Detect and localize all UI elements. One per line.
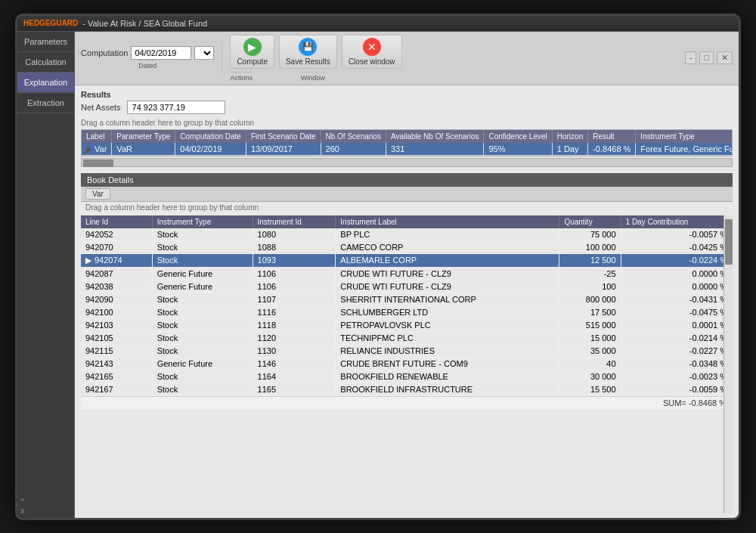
cell-instrument-type: Forex Future, Generic Future, Generic Op… [636, 143, 733, 156]
close-button[interactable]: ✕ [717, 51, 733, 64]
col-comp-date: Computation Date [175, 130, 246, 143]
cell-contribution: -0.0475 % [621, 305, 732, 318]
filter-tag-var[interactable]: Var [85, 188, 110, 200]
drag-hint-book: Drag a column header here to group by th… [81, 202, 733, 213]
cell-instrlabel: SHERRITT INTERNATIONAL CORP [336, 293, 559, 305]
cell-instrtype: Generic Future [152, 357, 253, 370]
book-table-row[interactable]: 942105 Stock 1120 TECHNIPFMC PLC 15 000 … [81, 331, 733, 344]
cell-lineid: 942115 [81, 344, 152, 357]
cell-instrlabel: CRUDE WTI FUTURE - CLZ9 [336, 267, 559, 280]
cell-instrid: 1107 [253, 293, 336, 305]
cell-instrlabel: BROOKFIELD INFRASTRUCTURE [336, 383, 559, 395]
sum-row: SUM= -0.8468 % [81, 396, 733, 409]
cell-first-scenario: 13/09/2017 [246, 143, 321, 156]
cell-quantity: 15 500 [559, 383, 621, 395]
cell-instrtype: Stock [152, 293, 253, 305]
book-table-row[interactable]: 942052 Stock 1080 BP PLC 75 000 -0.0057 … [81, 228, 733, 241]
cell-quantity: 40 [559, 357, 621, 370]
compute-icon: ▶ [243, 38, 262, 56]
cell-contribution: -0.0425 % [621, 240, 732, 253]
cell-avail-scenarios: 331 [386, 143, 484, 156]
toolbar-divider-1 [222, 43, 222, 73]
net-assets-input[interactable] [127, 101, 225, 114]
book-details-section: Book Details Var Drag a column header he… [81, 173, 733, 513]
dated-label: Dated [138, 60, 156, 70]
horizontal-scrollbar[interactable] [81, 158, 733, 167]
cell-lineid: 942038 [81, 280, 152, 293]
close-icon: ✕ [363, 38, 381, 56]
cell-lineid: 942100 [81, 305, 152, 318]
book-col-instrlabel: Instrument Label [336, 215, 559, 228]
close-window-button[interactable]: ✕ Close window [342, 35, 402, 69]
cell-instrid: 1146 [253, 357, 336, 370]
cell-contribution: -0.0431 % [621, 293, 732, 305]
sidebar-item-explanation[interactable]: Explanation [17, 73, 74, 93]
drag-hint-top: Drag a column header here to group by th… [81, 119, 733, 127]
cell-instrid: 1106 [253, 280, 336, 293]
title-bar: HEDGEGUARD - Value At Risk / SEA Global … [17, 16, 739, 32]
results-title: Results [81, 90, 733, 99]
book-table-row[interactable]: 942143 Generic Future 1146 CRUDE BRENT F… [81, 357, 733, 370]
net-assets-label: Net Assets [81, 103, 121, 112]
cell-lineid: 942052 [81, 228, 152, 241]
computation-dropdown[interactable] [194, 46, 214, 60]
cell-quantity: 35 000 [559, 344, 621, 357]
scrollbar-v-thumb [725, 219, 733, 265]
cell-instrtype: Stock [152, 383, 253, 395]
cell-contribution: -0.0227 % [621, 344, 732, 357]
vertical-scrollbar[interactable] [723, 215, 733, 513]
cell-instrtype: Stock [152, 370, 253, 383]
cell-nb-scenarios: 260 [321, 143, 386, 156]
cell-quantity: 17 500 [559, 305, 621, 318]
cell-quantity: 515 000 [559, 318, 621, 331]
book-table-row[interactable]: ▶942074 Stock 1093 ALBEMARLE CORP 12 500… [81, 253, 733, 267]
book-details-title: Book Details [87, 175, 134, 184]
book-table-row[interactable]: 942087 Generic Future 1106 CRUDE WTI FUT… [81, 267, 733, 280]
sidebar-item-calculation[interactable]: Calculation [17, 52, 74, 73]
book-table-row[interactable]: 942115 Stock 1130 RELIANCE INDUSTRIES 35… [81, 344, 733, 357]
sidebar-item-parameters[interactable]: Parameters [17, 32, 74, 52]
col-instrument-type: Instrument Type [636, 130, 733, 143]
cell-lineid: 942143 [81, 357, 152, 370]
sidebar-ctrl-up[interactable]: ^ [20, 497, 71, 506]
computation-date-input[interactable] [131, 46, 191, 60]
scrollbar-thumb [83, 160, 113, 167]
sidebar: Parameters Calculation Explanation Extra… [17, 32, 75, 518]
cell-contribution: -0.0057 % [621, 228, 732, 241]
cell-comp-date: 04/02/2019 [175, 143, 246, 156]
cell-lineid: ▶942074 [81, 253, 152, 267]
book-table-row[interactable]: 942167 Stock 1165 BROOKFIELD INFRASTRUCT… [81, 383, 733, 395]
app-logo: HEDGEGUARD [23, 19, 78, 27]
cell-instrid: 1116 [253, 305, 336, 318]
book-table-row[interactable]: 942165 Stock 1164 BROOKFIELD RENEWABLE 3… [81, 370, 733, 383]
book-table-row[interactable]: 942070 Stock 1088 CAMECO CORP 100 000 -0… [81, 240, 733, 253]
cell-instrlabel: BROOKFIELD RENEWABLE [336, 370, 559, 383]
main-content: Computation Dated ▶ Compute [75, 32, 739, 518]
cell-param-type: VaR [112, 143, 175, 156]
minimize-button[interactable]: - [685, 51, 697, 64]
cell-instrid: 1093 [253, 253, 336, 267]
save-results-button[interactable]: 💾 Save Results [279, 35, 337, 69]
results-row[interactable]: ▶ Var VaR 04/02/2019 13/09/2017 260 331 … [82, 143, 733, 156]
cell-instrid: 1080 [253, 228, 336, 241]
cell-lineid: 942105 [81, 331, 152, 344]
monitor: HEDGEGUARD - Value At Risk / SEA Global … [15, 14, 741, 520]
cell-instrlabel: ALBEMARLE CORP [336, 253, 559, 267]
col-param-type: Parameter Type [112, 130, 175, 143]
book-table-row[interactable]: 942038 Generic Future 1106 CRUDE WTI FUT… [81, 280, 733, 293]
sidebar-item-extraction[interactable]: Extraction [17, 93, 74, 113]
cell-contribution: 0.0001 % [621, 318, 732, 331]
cell-instrid: 1165 [253, 383, 336, 395]
sidebar-ctrl-close[interactable]: x [20, 506, 71, 515]
cell-instrtype: Stock [152, 305, 253, 318]
cell-contribution: -0.0224 % [621, 253, 732, 267]
maximize-button[interactable]: □ [699, 51, 714, 64]
cell-quantity: 100 000 [559, 240, 621, 253]
book-table-row[interactable]: 942090 Stock 1107 SHERRITT INTERNATIONAL… [81, 293, 733, 305]
cell-lineid: 942165 [81, 370, 152, 383]
book-table-row[interactable]: 942100 Stock 1116 SCHLUMBERGER LTD 17 50… [81, 305, 733, 318]
cell-quantity: 100 [559, 280, 621, 293]
book-table-row[interactable]: 942103 Stock 1118 PETROPAVLOVSK PLC 515 … [81, 318, 733, 331]
compute-button[interactable]: ▶ Compute [230, 35, 274, 69]
cell-contribution: 0.0000 % [621, 267, 732, 280]
